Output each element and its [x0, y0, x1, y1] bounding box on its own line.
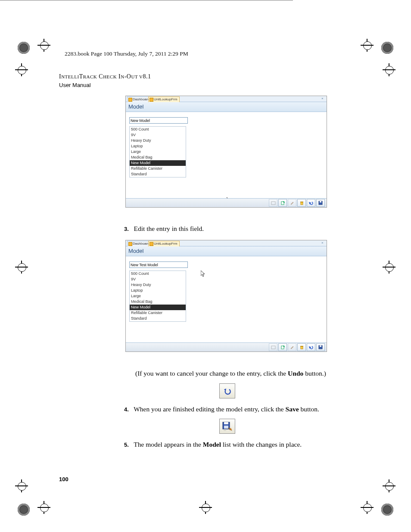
list-item[interactable]: Heavy Duty — [130, 282, 186, 288]
product-subtitle: User Manual — [59, 82, 91, 88]
model-name-input[interactable] — [129, 261, 188, 268]
book-header: 2283.book Page 100 Thursday, July 7, 201… — [65, 50, 188, 57]
step-number: 4. — [124, 406, 129, 413]
header-rule — [0, 0, 293, 0]
list-item[interactable]: New Model — [130, 160, 186, 166]
tab-close-icon[interactable]: × — [321, 241, 326, 245]
list-item[interactable]: 9V — [130, 132, 186, 138]
svg-rect-14 — [224, 426, 228, 429]
undo-button[interactable] — [307, 343, 315, 351]
edit-button[interactable] — [288, 343, 296, 351]
step-4: 4. When you are finished editing the mod… — [124, 405, 319, 414]
delete-button[interactable] — [297, 343, 306, 351]
list-item[interactable]: Medical Bag — [130, 155, 186, 160]
crop-cross — [199, 501, 212, 514]
crop-cross — [383, 479, 395, 492]
svg-rect-8 — [301, 346, 303, 349]
list-item[interactable]: Standard — [130, 316, 186, 321]
list-item[interactable]: Large — [130, 293, 186, 299]
model-list[interactable]: 500 Count9VHeavy DutyLaptopLargeMedical … — [129, 271, 186, 322]
crop-cross — [37, 39, 50, 52]
list-item[interactable]: Large — [130, 149, 186, 155]
svg-rect-2 — [301, 202, 303, 205]
step-text: Edit the entry in this field. — [134, 225, 204, 232]
tab-bar: Dashboard UnitLookupFrm × — [126, 96, 327, 102]
list-item[interactable]: Refillable Canister — [130, 166, 186, 171]
tab-label: Dashboard — [133, 242, 149, 246]
form-title: Model — [126, 102, 327, 112]
crop-cross — [15, 63, 28, 76]
tab-close-icon[interactable]: × — [321, 96, 326, 101]
page-number: 100 — [59, 476, 68, 482]
tab-label: Dashboard — [133, 97, 149, 101]
tab-icon — [149, 242, 153, 246]
form-title: Model — [126, 246, 327, 256]
registration-mark — [18, 42, 30, 54]
step-5: 5. The model appears in the Model list w… — [124, 440, 302, 449]
tab-icon — [149, 98, 153, 102]
input-row — [126, 256, 327, 269]
undo-button[interactable] — [307, 199, 315, 207]
step-number: 5. — [124, 442, 129, 448]
crop-cross — [15, 479, 28, 492]
undo-note: (If you want to cancel your change to th… — [135, 369, 326, 378]
new-button[interactable] — [278, 199, 287, 207]
tab-label: UnitLookupFrm — [154, 97, 177, 101]
model-name-input[interactable] — [129, 117, 188, 124]
input-row — [126, 112, 327, 124]
undo-icon — [223, 387, 232, 395]
delete-button[interactable] — [297, 199, 306, 207]
registration-mark — [18, 504, 30, 516]
svg-text:…: … — [224, 429, 226, 431]
undo-button-image — [219, 383, 235, 398]
svg-rect-0 — [271, 202, 275, 205]
crop-cross — [383, 63, 395, 76]
toolbar-button-1[interactable] — [269, 199, 277, 207]
crop-cross — [361, 501, 374, 514]
save-button-image: … — [219, 419, 235, 434]
registration-mark — [381, 504, 393, 516]
toolbar-button-1[interactable] — [269, 343, 277, 351]
model-list[interactable]: 500 Count9VHeavy DutyLaptopLargeMedical … — [129, 126, 186, 177]
list-item[interactable]: 500 Count — [130, 127, 186, 132]
edit-button[interactable] — [288, 199, 296, 207]
list-item[interactable]: Laptop — [130, 143, 186, 149]
list-item[interactable]: 9V — [130, 277, 186, 282]
crop-cross — [37, 501, 50, 514]
new-button[interactable] — [278, 343, 287, 351]
tab-unitlookupfrm[interactable]: UnitLookupFrm — [148, 96, 180, 102]
svg-rect-3 — [300, 202, 303, 202]
list-item[interactable]: Laptop — [130, 288, 186, 293]
screenshot-model-form-2: Dashboard UnitLookupFrm × Model 500 Coun… — [125, 240, 327, 352]
svg-rect-5 — [320, 201, 321, 202]
cursor-icon — [201, 271, 206, 277]
save-button[interactable] — [316, 343, 325, 351]
list-item[interactable]: 500 Count — [130, 271, 186, 277]
product-title: INTELLITRACK CHECK IN-OUT V8.1 — [59, 73, 151, 80]
list-item[interactable]: Standard — [130, 171, 186, 177]
tab-icon — [128, 98, 132, 102]
svg-rect-9 — [300, 346, 303, 347]
screenshot-model-form-1: Dashboard UnitLookupFrm × Model 500 Coun… — [125, 96, 327, 208]
step-number: 3. — [124, 226, 129, 232]
svg-rect-11 — [320, 345, 321, 347]
save-button[interactable] — [316, 199, 325, 207]
save-icon: … — [222, 422, 233, 431]
registration-mark — [381, 42, 393, 54]
step-3: 3. Edit the entry in this field. — [124, 224, 204, 233]
list-item[interactable]: Heavy Duty — [130, 138, 186, 143]
list-item[interactable]: Medical Bag — [130, 299, 186, 305]
toolbar — [126, 342, 327, 352]
tab-label: UnitLookupFrm — [154, 242, 177, 246]
svg-rect-6 — [271, 346, 275, 349]
tab-bar: Dashboard UnitLookupFrm × — [126, 240, 327, 246]
tab-icon — [128, 242, 132, 246]
toolbar — [126, 198, 327, 207]
tab-unitlookupfrm[interactable]: UnitLookupFrm — [148, 241, 180, 246]
svg-rect-13 — [224, 422, 228, 424]
crop-cross — [361, 39, 374, 52]
crop-cross — [383, 261, 395, 274]
crop-cross — [15, 261, 28, 274]
list-item[interactable]: Refillable Canister — [130, 310, 186, 316]
list-item[interactable]: New Model — [130, 305, 186, 310]
